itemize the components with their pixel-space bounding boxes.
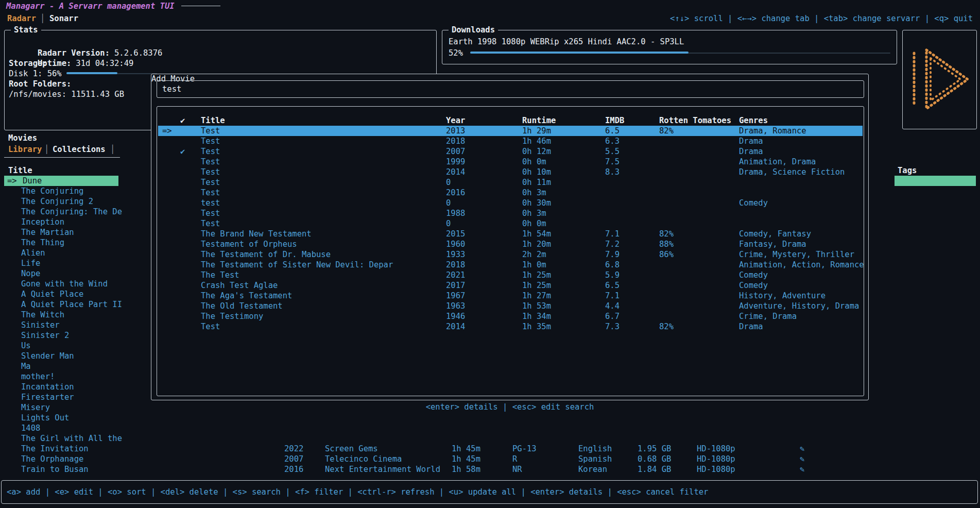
add-movie-result-row[interactable]: Test00h 11m — [158, 177, 863, 188]
movie-list-item-selected[interactable]: =>Dune — [4, 176, 118, 186]
add-movie-result-row[interactable]: test00h 30mComedy — [158, 198, 863, 208]
add-movie-result-row[interactable]: The Testament of Dr. Mabuse19332h 2m7.98… — [158, 249, 863, 260]
movie-list-item[interactable]: Inception — [21, 217, 64, 227]
movie-list-item[interactable]: Firestarter — [21, 392, 74, 402]
add-movie-help: <enter> details | <esc> edit search — [151, 402, 869, 412]
add-movie-result-row[interactable]: The Testimony19461h 34m6.7Crime, Drama — [158, 311, 863, 321]
app-title: Managarr - A Servarr management TUI — [6, 1, 175, 11]
tab-radarr[interactable]: Radarr — [7, 13, 36, 24]
add-movie-result-row[interactable]: The Old Testament19631h 53m4.4Adventure,… — [158, 301, 863, 311]
movies-tabs-rule — [4, 157, 120, 158]
add-movie-popup: Add Movie test ✔TitleYearRuntimeIMDBRott… — [151, 74, 869, 400]
add-movie-result-row[interactable]: ✔Test20070h 12m5.5Drama — [158, 146, 863, 157]
library-table-row[interactable]: 2007Telecinco Cinema1h 45mRSpanish0.68 G… — [0, 454, 980, 464]
edit-pencil-icon: ✎ — [800, 464, 804, 475]
add-movie-result-row[interactable]: Test19990h 0m7.5Animation, Drama — [158, 157, 863, 167]
movie-list-item[interactable]: Slender Man — [21, 351, 74, 361]
stats-panel-title: Stats — [11, 25, 41, 35]
title-rule — [181, 6, 220, 6]
download-percent-label: 52% — [449, 48, 463, 58]
keybind-help-top: <↑↓> scroll | <←→> change tab | <tab> ch… — [670, 13, 973, 24]
movie-list-item[interactable]: Life — [21, 258, 40, 268]
movie-list-item[interactable]: The Thing — [21, 238, 64, 248]
movie-list-item[interactable]: Sinister 2 — [21, 330, 69, 341]
library-table-row[interactable]: 2022Screen Gems1h 45mPG-13English1.95 GB… — [0, 444, 980, 454]
add-movie-result-row[interactable]: =>Test20131h 29m6.582%Drama, Romance — [158, 126, 863, 136]
uptime: Uptime:31d 04:32:49 — [9, 48, 133, 58]
movie-list-item[interactable]: mother! — [21, 371, 55, 382]
managarr-app: Managarr - A Servarr management TUI Rada… — [0, 0, 980, 508]
add-movie-result-row[interactable]: Test20141h 35m7.382%Drama — [158, 321, 863, 332]
tag-row-selected[interactable] — [895, 176, 976, 186]
movie-list-item[interactable]: The Witch — [21, 310, 64, 320]
movie-list-item[interactable]: A Quiet Place — [21, 289, 83, 299]
add-movie-result-row[interactable]: Test20181h 46m6.3Drama — [158, 136, 863, 146]
add-movie-result-row[interactable]: Testament of Orpheus19601h 20m7.288%Fant… — [158, 239, 863, 249]
add-movie-result-row[interactable]: The Test20211h 25m5.9Comedy — [158, 270, 863, 280]
movie-list-item[interactable]: Lights Out — [21, 413, 69, 423]
movie-list-item[interactable]: The Conjuring 2 — [21, 196, 93, 207]
add-movie-search-box[interactable]: test — [157, 80, 864, 98]
add-movie-results-table: ✔TitleYearRuntimeIMDBRotten TomatoesGenr… — [157, 106, 864, 396]
keybind-help-bottom: <a> add | <e> edit | <o> sort | <del> de… — [7, 487, 708, 497]
movie-list-item[interactable]: 1408 — [21, 423, 40, 433]
movie-list-item[interactable]: Incantation — [21, 382, 74, 392]
movie-list-item[interactable]: Ma — [21, 361, 31, 371]
movie-list-item[interactable]: A Quiet Place Part II — [21, 299, 122, 310]
movie-list-item[interactable]: The Martian — [21, 227, 74, 238]
tab-separator: │ — [44, 144, 49, 155]
results-header-row: ✔TitleYearRuntimeIMDBRotten TomatoesGenr… — [158, 115, 863, 126]
library-table-row[interactable]: 2016Next Entertainment World1h 58mNRKore… — [0, 464, 980, 475]
downloads-panel: Downloads Earth 1998 1080p WEBRip x265 H… — [442, 30, 897, 64]
movie-list-item[interactable]: The Girl with All the — [21, 433, 122, 444]
add-movie-result-row[interactable]: Test00h 0m — [158, 218, 863, 229]
tab-library[interactable]: Library — [8, 144, 42, 155]
movie-list-item[interactable]: Sinister — [21, 320, 60, 330]
disk-usage-label: Disk 1: 56% — [9, 69, 62, 79]
add-movie-result-row[interactable]: Test20160h 3m — [158, 188, 863, 198]
movies-panel-title: Movies — [8, 133, 37, 143]
tags-panel-title: Tags — [898, 165, 917, 176]
storage-label: Storage: — [9, 58, 47, 69]
add-movie-search-input[interactable]: test — [162, 84, 181, 94]
radarr-version: Radarr Version:5.2.6.8376 — [9, 38, 162, 48]
bottom-help-bar: <a> add | <e> edit | <o> sort | <del> de… — [1, 480, 978, 504]
managarr-play-logo-icon — [909, 45, 972, 114]
movie-list-item[interactable]: Gone with the Wind — [21, 279, 108, 289]
add-movie-result-row[interactable]: Crash Test Aglae20171h 25m6.5Comedy — [158, 280, 863, 291]
edit-pencil-icon: ✎ — [800, 454, 804, 464]
downloads-panel-title: Downloads — [449, 25, 498, 35]
root-folder-value: /nfs/movies: 11511.43 GB — [9, 89, 124, 99]
add-movie-result-row[interactable]: Test20140h 10m8.3Drama, Science Fiction — [158, 167, 863, 177]
download-gauge-fill — [470, 52, 689, 54]
movie-list-item[interactable]: Misery — [21, 402, 50, 413]
add-movie-result-row[interactable]: Test19880h 3m — [158, 208, 863, 218]
tab-separator: │ — [40, 13, 45, 24]
root-folders-label: Root Folders: — [9, 79, 71, 89]
logo-panel — [902, 30, 977, 129]
disk-gauge-fill — [66, 72, 117, 74]
movies-column-header: Title — [8, 165, 32, 176]
tab-separator: │ — [110, 144, 115, 155]
add-movie-result-row[interactable]: The Aga's Testament19671h 27m7.1History,… — [158, 291, 863, 301]
add-movie-result-row[interactable]: The Brand New Testament20151h 54m7.182%C… — [158, 229, 863, 239]
movie-list-item[interactable]: Us — [21, 341, 31, 351]
download-item-title: Earth 1998 1080p WEBRip x265 Hindi AAC2.… — [449, 37, 684, 47]
edit-pencil-icon: ✎ — [800, 444, 804, 454]
movie-list-item[interactable]: Nope — [21, 268, 40, 279]
tab-collections[interactable]: Collections — [53, 144, 106, 155]
add-movie-result-row[interactable]: The Testament of Sister New Devil: Depar… — [158, 260, 863, 270]
movie-list-item[interactable]: Alien — [21, 248, 45, 258]
movie-list-item[interactable]: The Conjuring — [21, 186, 83, 196]
movie-list-item[interactable]: The Conjuring: The De — [21, 207, 122, 217]
tab-sonarr[interactable]: Sonarr — [49, 13, 78, 24]
